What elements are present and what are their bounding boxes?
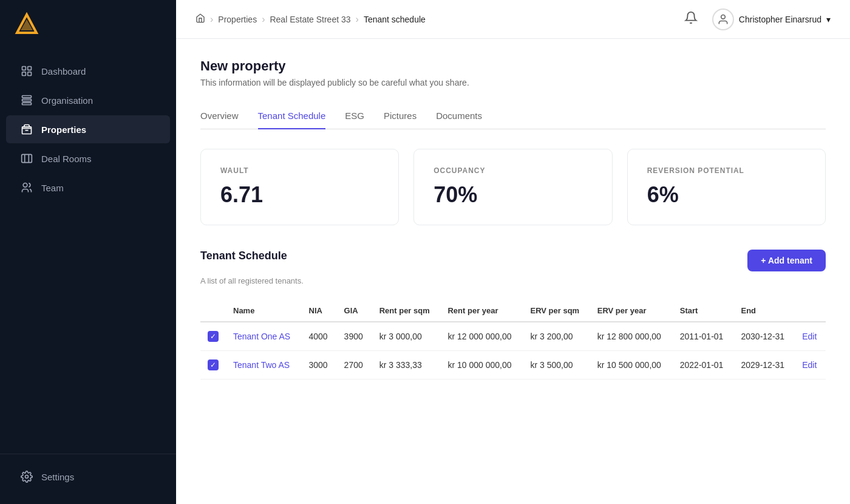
row2-checkbox-cell[interactable]: ✓ bbox=[200, 351, 226, 380]
row2-erv-year: kr 10 500 000,00 bbox=[590, 351, 673, 380]
svg-rect-2 bbox=[22, 67, 26, 70]
sidebar-item-label: Dashboard bbox=[41, 66, 86, 77]
svg-rect-8 bbox=[22, 103, 32, 104]
sidebar-item-properties[interactable]: Properties bbox=[6, 115, 170, 143]
row1-checkbox[interactable]: ✓ bbox=[208, 331, 219, 342]
tab-esg[interactable]: ESG bbox=[345, 104, 364, 129]
topbar: › Properties › Real Estate Street 33 › T… bbox=[176, 0, 850, 39]
sidebar-item-dashboard[interactable]: Dashboard bbox=[6, 57, 170, 85]
main-content: › Properties › Real Estate Street 33 › T… bbox=[176, 0, 850, 504]
row1-edit-link[interactable]: Edit bbox=[802, 332, 817, 341]
sidebar-item-label: Deal Rooms bbox=[41, 154, 92, 164]
row1-erv-sqm: kr 3 200,00 bbox=[523, 322, 590, 351]
add-tenant-button[interactable]: + Add tenant bbox=[747, 250, 826, 271]
page-subtitle: This information will be displayed publi… bbox=[200, 78, 826, 87]
row1-tenant-link[interactable]: Tenant One AS bbox=[233, 332, 290, 341]
sidebar-item-settings[interactable]: Settings bbox=[6, 463, 170, 491]
metric-label-reversion: REVERSION POTENTIAL bbox=[647, 166, 806, 175]
col-gia: GIA bbox=[337, 300, 372, 322]
notification-bell[interactable] bbox=[682, 9, 700, 30]
row1-edit[interactable]: Edit bbox=[795, 322, 826, 351]
user-name: Christopher Einarsrud bbox=[739, 15, 821, 24]
row1-name: Tenant One AS bbox=[226, 322, 302, 351]
breadcrumb-current: Tenant schedule bbox=[364, 15, 426, 24]
page-title: New property bbox=[200, 58, 826, 74]
row2-start: 2022-01-01 bbox=[673, 351, 734, 380]
breadcrumb-home-icon[interactable] bbox=[195, 13, 205, 25]
sidebar-item-team[interactable]: Team bbox=[6, 174, 170, 202]
breadcrumb: › Properties › Real Estate Street 33 › T… bbox=[195, 13, 682, 25]
row1-gia: 3900 bbox=[337, 322, 372, 351]
table-head: Name NIA GIA Rent per sqm Rent per year … bbox=[200, 300, 826, 322]
sidebar: Dashboard Organisation Properties Deal bbox=[0, 0, 176, 504]
user-avatar bbox=[712, 9, 734, 30]
metric-card-wault: WAULT 6.71 bbox=[200, 149, 399, 225]
table-row: ✓ Tenant Two AS 3000 2700 kr 3 333,33 kr… bbox=[200, 351, 826, 380]
sidebar-bottom: Settings bbox=[0, 454, 176, 504]
team-icon bbox=[21, 182, 33, 194]
tab-pictures[interactable]: Pictures bbox=[384, 104, 416, 129]
row1-end: 2030-12-31 bbox=[734, 322, 795, 351]
tab-documents[interactable]: Documents bbox=[436, 104, 482, 129]
tab-tenant-schedule[interactable]: Tenant Schedule bbox=[258, 104, 326, 129]
col-nia: NIA bbox=[302, 300, 337, 322]
sidebar-nav: Dashboard Organisation Properties Deal bbox=[0, 49, 176, 454]
tenant-table: Name NIA GIA Rent per sqm Rent per year … bbox=[200, 300, 826, 380]
metric-label-wault: WAULT bbox=[220, 166, 379, 175]
sidebar-item-label: Team bbox=[41, 183, 64, 193]
page-content: New property This information will be di… bbox=[176, 39, 850, 504]
col-rent-sqm: Rent per sqm bbox=[372, 300, 441, 322]
svg-rect-3 bbox=[28, 67, 32, 70]
svg-point-13 bbox=[25, 475, 29, 478]
svg-rect-11 bbox=[22, 154, 32, 162]
svg-rect-5 bbox=[28, 72, 32, 76]
row1-checkbox-cell[interactable]: ✓ bbox=[200, 322, 226, 351]
row2-rent-year: kr 10 000 000,00 bbox=[440, 351, 523, 380]
breadcrumb-property-name[interactable]: Real Estate Street 33 bbox=[270, 15, 350, 24]
metric-label-occupancy: OCCUPANCY bbox=[433, 166, 592, 175]
table-header-row: Name NIA GIA Rent per sqm Rent per year … bbox=[200, 300, 826, 322]
row1-rent-sqm: kr 3 000,00 bbox=[372, 322, 441, 351]
row2-checkbox[interactable]: ✓ bbox=[208, 359, 219, 370]
topbar-right: Christopher Einarsrud ▾ bbox=[682, 9, 831, 30]
app-logo bbox=[15, 12, 39, 36]
row1-rent-year: kr 12 000 000,00 bbox=[440, 322, 523, 351]
sidebar-item-label: Organisation bbox=[41, 95, 93, 106]
row2-name: Tenant Two AS bbox=[226, 351, 302, 380]
row1-erv-year: kr 12 800 000,00 bbox=[590, 322, 673, 351]
row2-rent-sqm: kr 3 333,33 bbox=[372, 351, 441, 380]
sidebar-item-label: Properties bbox=[41, 124, 86, 135]
metric-value-wault: 6.71 bbox=[220, 182, 379, 208]
metric-card-occupancy: OCCUPANCY 70% bbox=[413, 149, 612, 225]
organisation-icon bbox=[21, 94, 33, 106]
breadcrumb-properties[interactable]: Properties bbox=[218, 15, 257, 24]
row2-edit-link[interactable]: Edit bbox=[802, 360, 817, 370]
user-menu-button[interactable]: Christopher Einarsrud ▾ bbox=[712, 9, 831, 30]
col-erv-sqm: ERV per sqm bbox=[523, 300, 590, 322]
sidebar-item-label: Settings bbox=[41, 472, 74, 482]
sidebar-item-organisation[interactable]: Organisation bbox=[6, 86, 170, 114]
row2-tenant-link[interactable]: Tenant Two AS bbox=[233, 360, 290, 370]
row1-nia: 4000 bbox=[302, 322, 337, 351]
breadcrumb-sep-1: › bbox=[210, 14, 213, 25]
section-title: Tenant Schedule bbox=[200, 250, 287, 262]
col-rent-year: Rent per year bbox=[440, 300, 523, 322]
table-row: ✓ Tenant One AS 4000 3900 kr 3 000,00 kr… bbox=[200, 322, 826, 351]
tab-overview[interactable]: Overview bbox=[200, 104, 239, 129]
row1-start: 2011-01-01 bbox=[673, 322, 734, 351]
svg-rect-7 bbox=[22, 99, 32, 101]
row2-gia: 2700 bbox=[337, 351, 372, 380]
metrics-row: WAULT 6.71 OCCUPANCY 70% REVERSION POTEN… bbox=[200, 149, 826, 225]
row2-nia: 3000 bbox=[302, 351, 337, 380]
sidebar-item-deal-rooms[interactable]: Deal Rooms bbox=[6, 145, 170, 172]
svg-rect-6 bbox=[22, 96, 32, 98]
svg-point-14 bbox=[721, 15, 725, 19]
properties-icon bbox=[21, 123, 33, 135]
row2-edit[interactable]: Edit bbox=[795, 351, 826, 380]
tenant-schedule-section: Tenant Schedule + Add tenant A list of a… bbox=[200, 250, 826, 380]
col-end: End bbox=[734, 300, 795, 322]
logo-area bbox=[0, 0, 176, 49]
svg-point-12 bbox=[23, 183, 27, 188]
section-subtitle: A list of all registered tenants. bbox=[200, 276, 826, 285]
user-chevron-icon: ▾ bbox=[826, 15, 831, 24]
